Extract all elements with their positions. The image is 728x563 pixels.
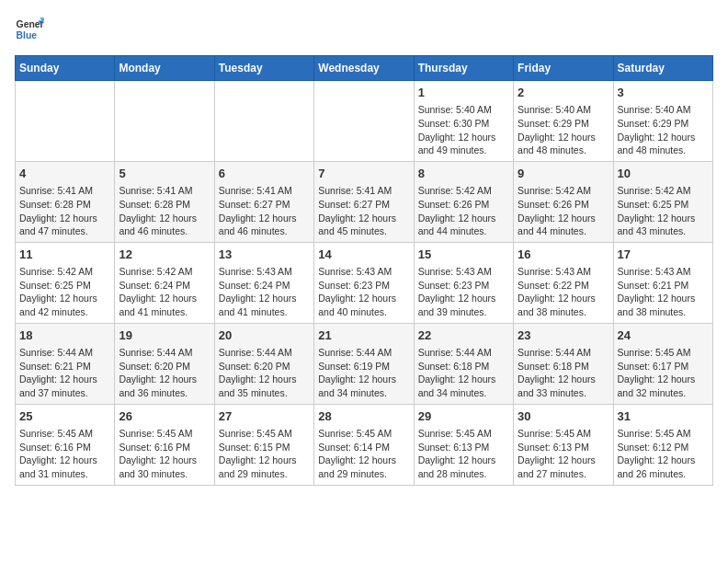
cell-text: and 33 minutes. — [518, 386, 609, 400]
cell-text: Sunrise: 5:42 AM — [119, 265, 210, 279]
cell-text: and 46 minutes. — [219, 224, 310, 238]
calendar-cell: 23Sunrise: 5:44 AMSunset: 6:18 PMDayligh… — [514, 323, 613, 404]
day-number: 4 — [19, 166, 110, 182]
cell-text: Sunset: 6:14 PM — [318, 441, 409, 454]
cell-text: and 36 minutes. — [119, 386, 210, 400]
day-number: 8 — [418, 166, 509, 182]
calendar-cell: 24Sunrise: 5:45 AMSunset: 6:17 PMDayligh… — [613, 323, 712, 404]
calendar-cell: 19Sunrise: 5:44 AMSunset: 6:20 PMDayligh… — [115, 323, 214, 404]
cell-text: Daylight: 12 hours — [518, 131, 609, 144]
cell-text: Sunset: 6:22 PM — [518, 279, 609, 293]
cell-text: Daylight: 12 hours — [119, 292, 210, 305]
calendar-cell: 25Sunrise: 5:45 AMSunset: 6:16 PMDayligh… — [16, 404, 115, 485]
cell-text: Sunrise: 5:44 AM — [219, 346, 310, 360]
calendar-cell: 22Sunrise: 5:44 AMSunset: 6:18 PMDayligh… — [414, 323, 513, 404]
day-number: 2 — [518, 85, 609, 101]
cell-text: and 44 minutes. — [418, 224, 509, 238]
cell-text: Sunset: 6:12 PM — [618, 441, 709, 454]
cell-text: Daylight: 12 hours — [518, 212, 609, 225]
calendar-cell: 8Sunrise: 5:42 AMSunset: 6:26 PMDaylight… — [414, 161, 513, 242]
cell-text: Sunset: 6:24 PM — [219, 279, 310, 293]
calendar-cell: 1Sunrise: 5:40 AMSunset: 6:30 PMDaylight… — [414, 81, 513, 162]
calendar-cell — [314, 81, 414, 162]
cell-text: Daylight: 12 hours — [119, 373, 210, 386]
cell-text: Sunset: 6:23 PM — [418, 279, 509, 293]
cell-text: Sunset: 6:28 PM — [119, 198, 210, 212]
day-number: 16 — [518, 247, 609, 263]
cell-text: and 28 minutes. — [418, 467, 509, 481]
cell-text: Daylight: 12 hours — [618, 212, 709, 225]
cell-text: Daylight: 12 hours — [618, 454, 709, 467]
day-number: 7 — [318, 166, 409, 182]
day-number: 17 — [618, 247, 709, 263]
calendar-cell: 9Sunrise: 5:42 AMSunset: 6:26 PMDaylight… — [514, 161, 613, 242]
cell-text: Daylight: 12 hours — [119, 212, 210, 225]
cell-text: Sunset: 6:27 PM — [219, 198, 310, 212]
calendar-cell: 3Sunrise: 5:40 AMSunset: 6:29 PMDaylight… — [613, 81, 712, 162]
day-number: 13 — [219, 247, 310, 263]
column-header-tuesday: Tuesday — [214, 56, 313, 81]
calendar-cell: 5Sunrise: 5:41 AMSunset: 6:28 PMDaylight… — [115, 161, 214, 242]
cell-text: Sunset: 6:26 PM — [518, 198, 609, 212]
calendar-cell: 2Sunrise: 5:40 AMSunset: 6:29 PMDaylight… — [514, 81, 613, 162]
day-number: 18 — [19, 327, 110, 344]
cell-text: Sunrise: 5:45 AM — [618, 346, 709, 360]
cell-text: Daylight: 12 hours — [19, 212, 110, 225]
cell-text: Sunrise: 5:44 AM — [119, 346, 210, 360]
calendar-cell: 12Sunrise: 5:42 AMSunset: 6:24 PMDayligh… — [115, 242, 214, 323]
cell-text: Daylight: 12 hours — [19, 454, 110, 467]
cell-text: Sunset: 6:16 PM — [119, 441, 210, 454]
calendar-cell: 13Sunrise: 5:43 AMSunset: 6:24 PMDayligh… — [214, 242, 313, 323]
cell-text: Daylight: 12 hours — [219, 292, 310, 305]
cell-text: Daylight: 12 hours — [318, 292, 409, 305]
cell-text: and 30 minutes. — [119, 467, 210, 481]
calendar-cell: 20Sunrise: 5:44 AMSunset: 6:20 PMDayligh… — [214, 323, 313, 404]
cell-text: Daylight: 12 hours — [219, 373, 310, 386]
calendar-cell: 31Sunrise: 5:45 AMSunset: 6:12 PMDayligh… — [613, 404, 712, 485]
cell-text: Sunset: 6:19 PM — [318, 360, 409, 373]
cell-text: Daylight: 12 hours — [418, 131, 509, 144]
cell-text: Daylight: 12 hours — [318, 373, 409, 386]
day-number: 6 — [219, 166, 310, 182]
cell-text: and 35 minutes. — [219, 386, 310, 400]
cell-text: Sunrise: 5:43 AM — [219, 265, 310, 279]
cell-text: and 42 minutes. — [19, 305, 110, 319]
cell-text: Sunrise: 5:44 AM — [19, 346, 110, 360]
cell-text: Sunrise: 5:45 AM — [119, 427, 210, 441]
page-header: General Blue — [15, 15, 713, 44]
cell-text: and 29 minutes. — [318, 467, 409, 481]
calendar-cell: 30Sunrise: 5:45 AMSunset: 6:13 PMDayligh… — [514, 404, 613, 485]
day-number: 29 — [418, 408, 509, 425]
cell-text: Sunrise: 5:41 AM — [219, 184, 310, 198]
cell-text: Sunrise: 5:41 AM — [19, 184, 110, 198]
cell-text: Sunrise: 5:45 AM — [418, 427, 509, 441]
day-number: 3 — [618, 85, 709, 101]
cell-text: Sunrise: 5:40 AM — [618, 103, 709, 117]
calendar-cell: 28Sunrise: 5:45 AMSunset: 6:14 PMDayligh… — [314, 404, 414, 485]
cell-text: Daylight: 12 hours — [19, 292, 110, 305]
day-number: 20 — [219, 327, 310, 344]
cell-text: Sunrise: 5:43 AM — [418, 265, 509, 279]
cell-text: and 47 minutes. — [19, 224, 110, 238]
cell-text: Sunset: 6:25 PM — [19, 279, 110, 293]
cell-text: Daylight: 12 hours — [219, 212, 310, 225]
column-header-monday: Monday — [115, 56, 214, 81]
calendar-table: SundayMondayTuesdayWednesdayThursdayFrid… — [15, 55, 713, 486]
cell-text: Sunset: 6:29 PM — [518, 117, 609, 131]
cell-text: Daylight: 12 hours — [618, 131, 709, 144]
cell-text: and 27 minutes. — [518, 467, 609, 481]
day-number: 21 — [318, 327, 409, 344]
calendar-cell: 10Sunrise: 5:42 AMSunset: 6:25 PMDayligh… — [613, 161, 712, 242]
cell-text: and 39 minutes. — [418, 305, 509, 319]
calendar-cell: 6Sunrise: 5:41 AMSunset: 6:27 PMDaylight… — [214, 161, 313, 242]
cell-text: Sunset: 6:25 PM — [618, 198, 709, 212]
cell-text: Sunset: 6:21 PM — [19, 360, 110, 373]
column-header-saturday: Saturday — [613, 56, 712, 81]
cell-text: and 31 minutes. — [19, 467, 110, 481]
cell-text: and 37 minutes. — [19, 386, 110, 400]
cell-text: Daylight: 12 hours — [418, 212, 509, 225]
cell-text: Sunset: 6:28 PM — [19, 198, 110, 212]
cell-text: Sunrise: 5:44 AM — [418, 346, 509, 360]
day-number: 19 — [119, 327, 210, 344]
cell-text: Sunrise: 5:40 AM — [518, 103, 609, 117]
